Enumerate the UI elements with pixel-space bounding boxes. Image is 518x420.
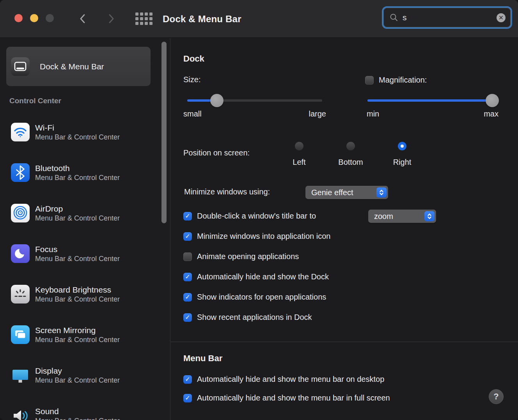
magnification-min-label: min	[367, 109, 379, 118]
screen-mirroring-icon	[11, 325, 30, 344]
magnification-max-label: max	[484, 109, 498, 118]
position-label-left: Left	[293, 158, 305, 167]
auto-hide-menubar-desktop-label: Automatically hide and show the menu bar…	[197, 375, 384, 384]
show-recent-apps-row[interactable]: Show recent applications in Dock	[183, 313, 312, 322]
position-radio-left[interactable]	[295, 142, 303, 150]
clear-search-button[interactable]: ✕	[497, 13, 506, 22]
sidebar-item-display[interactable]: DisplayMenu Bar & Control Center	[11, 366, 159, 385]
search-value: s	[403, 13, 407, 22]
magnification-checkbox[interactable]	[365, 76, 374, 85]
keyboard-brightness-icon	[11, 285, 30, 304]
auto-hide-menubar-fullscreen-row[interactable]: Automatically hide and show the menu bar…	[183, 394, 390, 402]
animate-opening-row[interactable]: Animate opening applications	[183, 252, 299, 261]
sidebar-item-subtitle: Menu Bar & Control Center	[35, 335, 120, 344]
sidebar-item-sound[interactable]: SoundMenu Bar & Control Center	[11, 406, 159, 420]
sidebar-item-screen-mirroring[interactable]: Screen MirroringMenu Bar & Control Cente…	[11, 325, 159, 344]
sidebar-item-label: Dock & Menu Bar	[40, 62, 104, 71]
sidebar-item-subtitle: Menu Bar & Control Center	[35, 132, 120, 142]
sidebar-item-wifi[interactable]: Wi-FiMenu Bar & Control Center	[11, 123, 159, 141]
sidebar: Dock & Menu Bar Control Center Wi-FiMenu…	[0, 38, 170, 420]
sidebar-item-label: Keyboard Brightness	[35, 285, 120, 295]
sidebar-item-bluetooth[interactable]: BluetoothMenu Bar & Control Center	[11, 163, 159, 182]
popup-chevrons-icon	[376, 187, 387, 198]
dock-menu-bar-icon	[11, 57, 30, 76]
auto-hide-menubar-desktop-checkbox[interactable]	[183, 375, 192, 384]
magnification-slider-fill	[367, 99, 492, 102]
forward-button[interactable]	[107, 13, 116, 25]
size-slider[interactable]	[187, 99, 322, 102]
chevron-left-icon	[78, 13, 86, 24]
titlebar: Dock & Menu Bar s ✕	[0, 0, 518, 38]
double-click-action-value: zoom	[374, 212, 393, 221]
section-divider	[171, 342, 518, 342]
show-indicators-label: Show indicators for open applications	[197, 293, 326, 302]
double-click-titlebar-row[interactable]: Double-click a window's title bar to	[183, 212, 316, 221]
sidebar-item-label: AirDrop	[35, 204, 120, 214]
sidebar-item-label: Display	[35, 366, 120, 376]
double-click-titlebar-checkbox[interactable]	[183, 212, 192, 221]
auto-hide-menubar-fullscreen-checkbox[interactable]	[183, 394, 192, 402]
sidebar-item-airdrop[interactable]: AirDropMenu Bar & Control Center	[11, 204, 159, 222]
animate-opening-checkbox[interactable]	[183, 252, 192, 261]
airdrop-icon	[11, 204, 30, 222]
magnification-slider[interactable]	[367, 99, 492, 102]
search-input[interactable]: s ✕	[382, 6, 512, 29]
sidebar-scrollbar[interactable]	[161, 41, 167, 224]
main-panel: Dock Size: small large Magnification: mi…	[171, 38, 518, 420]
magnification-label: Magnification:	[379, 76, 427, 85]
minimize-into-app-icon-checkbox[interactable]	[183, 232, 192, 241]
size-min-label: small	[183, 109, 202, 118]
sidebar-item-label: Wi-Fi	[35, 123, 120, 132]
animate-opening-label: Animate opening applications	[197, 252, 299, 261]
sidebar-item-label: Bluetooth	[35, 163, 120, 173]
size-label: Size:	[183, 75, 200, 84]
minimize-windows-using-label: Minimize windows using:	[184, 187, 270, 196]
magnification-slider-knob[interactable]	[486, 94, 499, 107]
traffic-light-close[interactable]	[14, 14, 23, 22]
control-center-section-header: Control Center	[9, 97, 61, 105]
focus-moon-icon	[11, 244, 30, 263]
bluetooth-icon	[11, 163, 30, 182]
show-indicators-checkbox[interactable]	[183, 293, 192, 302]
show-recent-apps-label: Show recent applications in Dock	[197, 313, 312, 322]
menu-bar-section-heading: Menu Bar	[183, 353, 222, 364]
sidebar-item-subtitle: Menu Bar & Control Center	[35, 376, 120, 385]
auto-hide-dock-label: Automatically hide and show the Dock	[197, 272, 329, 281]
show-all-grid-button[interactable]	[135, 12, 153, 25]
minimize-effect-popup[interactable]: Genie effect	[305, 186, 388, 199]
traffic-light-zoom	[46, 14, 54, 22]
sidebar-item-label: Focus	[35, 244, 120, 254]
sidebar-item-focus[interactable]: FocusMenu Bar & Control Center	[11, 244, 159, 263]
auto-hide-dock-checkbox[interactable]	[183, 273, 192, 281]
show-recent-apps-checkbox[interactable]	[183, 313, 192, 322]
sidebar-item-label: Sound	[35, 406, 120, 416]
sidebar-item-subtitle: Menu Bar & Control Center	[35, 173, 120, 182]
magnification-checkbox-row[interactable]: Magnification:	[365, 76, 427, 85]
sidebar-item-keyboard-brightness[interactable]: Keyboard BrightnessMenu Bar & Control Ce…	[11, 285, 159, 304]
popup-chevrons-icon	[424, 211, 435, 221]
position-radio-right[interactable]	[398, 142, 406, 150]
window-title: Dock & Menu Bar	[163, 0, 241, 38]
sound-icon	[11, 406, 30, 420]
minimize-into-app-icon-label: Minimize windows into application icon	[197, 232, 330, 241]
show-indicators-row[interactable]: Show indicators for open applications	[183, 293, 326, 302]
traffic-light-minimize[interactable]	[30, 14, 38, 22]
help-button[interactable]: ?	[489, 389, 504, 404]
search-icon	[390, 13, 398, 22]
position-label-bottom: Bottom	[338, 158, 363, 167]
sidebar-item-subtitle: Menu Bar & Control Center	[35, 416, 120, 420]
double-click-action-popup[interactable]: zoom	[368, 210, 436, 223]
sidebar-item-label: Screen Mirroring	[35, 325, 120, 335]
sidebar-item-dock-menu-bar[interactable]: Dock & Menu Bar	[6, 47, 151, 86]
auto-hide-menubar-desktop-row[interactable]: Automatically hide and show the menu bar…	[183, 375, 384, 384]
position-radio-bottom[interactable]	[346, 142, 355, 150]
dock-section-heading: Dock	[183, 54, 204, 64]
back-button[interactable]	[78, 13, 87, 25]
minimize-into-app-icon-row[interactable]: Minimize windows into application icon	[183, 232, 330, 241]
size-max-label: large	[309, 109, 326, 118]
auto-hide-menubar-fullscreen-label: Automatically hide and show the menu bar…	[197, 394, 390, 402]
auto-hide-dock-row[interactable]: Automatically hide and show the Dock	[183, 272, 329, 281]
size-slider-knob[interactable]	[210, 94, 224, 107]
sidebar-item-subtitle: Menu Bar & Control Center	[35, 295, 120, 304]
position-on-screen-label: Position on screen:	[183, 148, 250, 157]
